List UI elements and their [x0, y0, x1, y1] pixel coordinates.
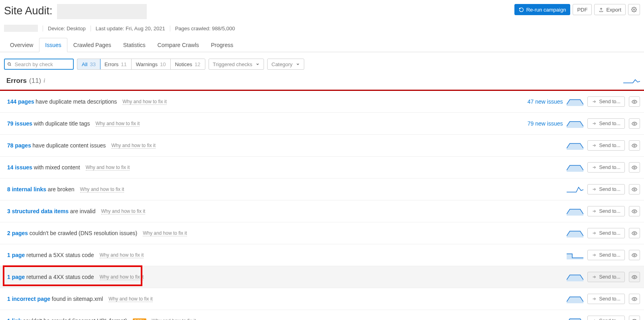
issue-row: 1 link couldn't be crawled (incorrect UR…: [0, 310, 644, 320]
fix-link[interactable]: Why and how to fix it: [143, 230, 187, 236]
fix-link[interactable]: Why and how to fix it: [111, 143, 156, 149]
eye-icon: [632, 230, 637, 236]
meta-pages-crawled: Pages crawled: 988/5,000: [170, 26, 240, 31]
fix-link[interactable]: Why and how to fix it: [108, 296, 153, 302]
svg-point-3: [634, 101, 635, 102]
send-to-button[interactable]: Send to...: [587, 162, 625, 173]
issue-row: 1 page returned a 5XX status codeWhy and…: [0, 244, 644, 266]
fix-link[interactable]: Why and how to fix it: [100, 274, 144, 280]
fix-link[interactable]: Why and how to fix it: [86, 165, 130, 171]
view-button[interactable]: [629, 162, 640, 173]
send-to-button[interactable]: Send to...: [587, 294, 625, 304]
issue-link[interactable]: 2 pages couldn't be crawled (DNS resolut…: [7, 230, 137, 236]
view-button[interactable]: [629, 140, 640, 151]
triggered-checks-dropdown[interactable]: Triggered checks: [209, 59, 264, 70]
export-button[interactable]: Export: [594, 4, 626, 15]
issue-link[interactable]: 144 pages have duplicate meta descriptio…: [7, 98, 117, 105]
sparkline-header: [623, 77, 640, 84]
segment-warnings[interactable]: Warnings10: [132, 59, 171, 69]
eye-icon: [632, 252, 637, 258]
send-to-button[interactable]: Send to...: [587, 140, 625, 151]
issue-link[interactable]: 3 structured data items are invalid: [7, 208, 96, 214]
view-button[interactable]: [629, 96, 640, 107]
svg-point-9: [634, 167, 635, 168]
filter-segments: All33Errors11Warnings10Notices12: [77, 59, 205, 70]
segment-errors[interactable]: Errors11: [100, 59, 132, 69]
segment-all[interactable]: All33: [77, 59, 100, 70]
send-to-button[interactable]: Send to...: [587, 250, 625, 260]
arrow-right-icon: [592, 318, 597, 320]
fix-link[interactable]: Why and how to fix it: [101, 208, 146, 214]
view-button[interactable]: [629, 118, 640, 129]
send-to-button[interactable]: Send to...: [587, 118, 625, 129]
fix-link[interactable]: Why and how to fix it: [100, 252, 144, 258]
issue-link[interactable]: 1 page returned a 5XX status code: [7, 252, 94, 258]
issue-row: 78 pages have duplicate content issuesWh…: [0, 135, 644, 157]
view-button[interactable]: [629, 294, 640, 304]
eye-icon: [632, 274, 637, 280]
page-title: Site Audit:: [4, 4, 147, 19]
tab-progress[interactable]: Progress: [205, 38, 239, 52]
view-button[interactable]: [629, 250, 640, 260]
meta-row: Device: Desktop Last update: Fri, Aug 20…: [4, 25, 640, 32]
issue-link[interactable]: 1 link couldn't be crawled (incorrect UR…: [7, 318, 127, 320]
search-input-wrap[interactable]: [4, 59, 74, 70]
issue-link[interactable]: 79 issues with duplicate title tags: [7, 120, 90, 127]
issue-row: 14 issues with mixed contentWhy and how …: [0, 157, 644, 179]
view-button[interactable]: [629, 206, 640, 216]
issue-link[interactable]: 1 page returned a 4XX status code: [7, 274, 94, 280]
eye-icon: [632, 318, 637, 320]
issue-link[interactable]: 8 internal links are broken: [7, 186, 75, 192]
view-button[interactable]: [629, 184, 640, 194]
meta-last-update: Last update: Fri, Aug 20, 2021: [91, 26, 170, 31]
title-redacted: [57, 4, 147, 19]
send-to-button[interactable]: Send to...: [587, 272, 625, 282]
send-to-button[interactable]: Send to...: [587, 206, 625, 216]
category-dropdown[interactable]: Category: [267, 59, 304, 70]
fix-link[interactable]: Why and how to fix it: [96, 121, 140, 127]
new-issues-link[interactable]: 79 new issues: [528, 120, 563, 127]
tab-statistics[interactable]: Statistics: [117, 38, 152, 52]
arrow-right-icon: [592, 296, 597, 301]
export-label: Export: [606, 7, 621, 13]
view-button[interactable]: [629, 272, 640, 282]
refresh-icon: [519, 7, 524, 12]
rerun-campaign-button[interactable]: Re-run campaign: [514, 4, 571, 15]
svg-point-20: [634, 298, 635, 300]
tab-crawled-pages[interactable]: Crawled Pages: [67, 38, 117, 52]
eye-icon: [632, 187, 637, 192]
fix-link[interactable]: Why and how to fix it: [152, 318, 196, 320]
segment-notices[interactable]: Notices12: [171, 59, 205, 69]
info-icon[interactable]: i: [43, 78, 45, 84]
arrow-right-icon: [592, 143, 597, 148]
settings-button[interactable]: [628, 4, 640, 15]
search-input[interactable]: [14, 61, 71, 68]
tab-compare-crawls[interactable]: Compare Crawls: [152, 38, 205, 52]
dd-label: Triggered checks: [213, 61, 252, 67]
tabs: OverviewIssuesCrawled PagesStatisticsCom…: [0, 37, 644, 52]
tab-overview[interactable]: Overview: [4, 38, 39, 52]
arrow-right-icon: [592, 99, 597, 104]
view-button[interactable]: [629, 316, 640, 320]
send-to-button[interactable]: Send to...: [587, 96, 625, 107]
fix-link[interactable]: Why and how to fix it: [122, 99, 167, 105]
send-to-button[interactable]: Send to...: [587, 316, 625, 320]
section-title: Errors (11) i: [6, 77, 45, 85]
view-button[interactable]: [629, 228, 640, 238]
fix-link[interactable]: Why and how to fix it: [80, 187, 124, 192]
svg-point-5: [634, 123, 635, 124]
send-to-button[interactable]: Send to...: [587, 184, 625, 194]
send-to-button[interactable]: Send to...: [587, 228, 625, 238]
new-issues-link[interactable]: 47 new issues: [528, 98, 563, 105]
issue-row: 1 incorrect page found in sitemap.xmlWhy…: [0, 288, 644, 310]
issue-link[interactable]: 78 pages have duplicate content issues: [7, 142, 106, 149]
chevron-down-icon: [296, 62, 300, 66]
issue-link[interactable]: 1 incorrect page found in sitemap.xml: [7, 296, 103, 302]
arrow-right-icon: [592, 253, 597, 257]
svg-point-1: [8, 63, 10, 65]
pdf-button[interactable]: PDF: [573, 4, 592, 15]
meta-redacted: [4, 25, 38, 32]
tab-issues[interactable]: Issues: [39, 38, 67, 52]
arrow-right-icon: [592, 121, 597, 126]
issue-link[interactable]: 14 issues with mixed content: [7, 164, 80, 171]
